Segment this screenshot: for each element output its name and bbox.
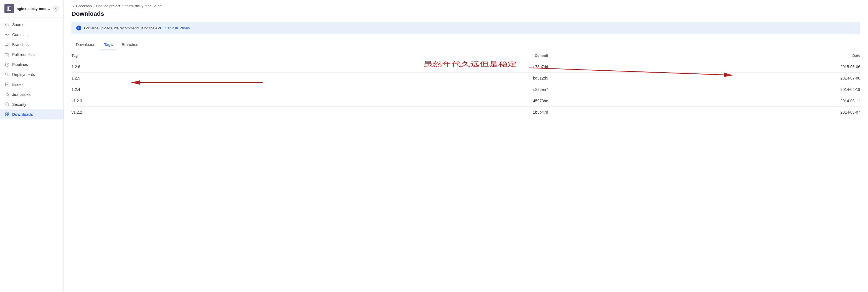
breadcrumb-sep-2: / — [122, 4, 123, 8]
svg-rect-18 — [7, 113, 9, 113]
branches-icon — [5, 42, 9, 47]
cell-date: 2014-07-08 — [554, 73, 860, 84]
sidebar-item-label: Source — [12, 23, 24, 27]
cell-commit: 1b5b47d — [235, 107, 554, 118]
svg-marker-15 — [5, 93, 9, 96]
table-body: 1.2.6 c78b7dd 2015-08-06 1.2.5 bd312d5 2… — [71, 61, 860, 118]
sidebar-item-label: Commits — [12, 32, 27, 37]
repo-name: nginx-sticky-modul... — [17, 7, 50, 11]
table-row: v1.2.2 1b5b47d 2014-03-07 — [71, 107, 860, 118]
get-instructions-link[interactable]: Get instructions — [165, 26, 190, 30]
cell-tag: 1.2.4 — [71, 84, 235, 95]
issues-icon — [5, 82, 9, 87]
breadcrumb-sep-1: / — [93, 4, 95, 8]
col-header-commit: Commit — [235, 50, 554, 61]
col-header-date: Date — [554, 50, 860, 61]
svg-rect-17 — [5, 115, 7, 116]
tab-branches[interactable]: Branches — [117, 40, 143, 50]
tabs-bar: Downloads Tags Branches — [64, 40, 868, 50]
sidebar-item-label: Security — [12, 102, 26, 107]
sidebar-item-downloads[interactable]: Downloads — [0, 109, 63, 120]
sidebar-item-label: Downloads — [12, 112, 33, 117]
svg-point-6 — [8, 43, 9, 44]
main-content: S. Goodman / Untitled project / nginx-st… — [64, 0, 868, 292]
svg-point-8 — [8, 55, 9, 56]
collapse-sidebar-button[interactable] — [53, 5, 59, 12]
breadcrumb-project[interactable]: Untitled project — [96, 4, 120, 8]
cell-date: 2015-08-06 — [554, 61, 860, 73]
cell-tag: v1.2.2 — [71, 107, 235, 118]
table-row: 1.2.4 c825ea7 2014-04-19 — [71, 84, 860, 95]
downloads-table: Tag Commit Date 1.2.6 c78b7dd 2015-08-06… — [71, 50, 860, 118]
sidebar-header: nginx-sticky-modul... — [0, 0, 63, 18]
sidebar-item-label: Pull requests — [12, 52, 35, 57]
cell-commit: c825ea7 — [235, 84, 554, 95]
table-header-row: Tag Commit Date — [71, 50, 860, 61]
svg-rect-19 — [7, 115, 9, 116]
cell-date: 2014-04-19 — [554, 84, 860, 95]
sidebar-item-label: Issues — [12, 82, 23, 87]
cell-tag: v1.2.3 — [71, 95, 235, 107]
table-row: 1.2.5 bd312d5 2014-07-08 — [71, 73, 860, 84]
deployments-icon — [5, 72, 9, 77]
cell-date: 2014-03-07 — [554, 107, 860, 118]
source-icon — [5, 23, 9, 27]
commits-icon — [5, 32, 9, 37]
cell-date: 2014-03-11 — [554, 95, 860, 107]
downloads-icon — [5, 112, 9, 117]
sidebar-item-label: Deployments — [12, 72, 35, 77]
svg-point-7 — [5, 45, 7, 46]
sidebar-item-label: Pipelines — [12, 62, 28, 67]
sidebar-nav: Source Commits Branches Pull requests — [0, 18, 63, 122]
sidebar: nginx-sticky-modul... Source Commits — [0, 0, 64, 292]
info-banner-text: For large uploads, we recommend using th… — [84, 26, 162, 30]
svg-point-9 — [5, 53, 7, 54]
cell-tag: 1.2.5 — [71, 73, 235, 84]
info-banner: i For large uploads, we recommend using … — [71, 22, 860, 34]
cell-commit: 45973be — [235, 95, 554, 107]
table-row: v1.2.3 45973be 2014-03-11 — [71, 95, 860, 107]
info-icon: i — [76, 26, 81, 30]
table-row: 1.2.6 c78b7dd 2015-08-06 — [71, 61, 860, 73]
page-title: Downloads — [64, 8, 868, 22]
sidebar-item-pipelines[interactable]: Pipelines — [0, 60, 63, 69]
tab-downloads[interactable]: Downloads — [71, 40, 99, 50]
security-icon — [5, 102, 9, 107]
repo-icon-box — [4, 4, 14, 13]
sidebar-item-security[interactable]: Security — [0, 99, 63, 109]
svg-point-2 — [6, 34, 8, 35]
breadcrumb-repo[interactable]: nginx-sticky-module-ng — [125, 4, 162, 8]
breadcrumb: S. Goodman / Untitled project / nginx-st… — [64, 0, 868, 8]
sidebar-item-pull-requests[interactable]: Pull requests — [0, 50, 63, 60]
sidebar-item-branches[interactable]: Branches — [0, 40, 63, 50]
sidebar-item-label: Jira issues — [12, 92, 31, 97]
svg-rect-16 — [5, 113, 7, 115]
tab-tags[interactable]: Tags — [99, 40, 117, 50]
breadcrumb-user[interactable]: S. Goodman — [71, 4, 92, 8]
cell-commit: bd312d5 — [235, 73, 554, 84]
pipelines-icon — [5, 62, 9, 67]
sidebar-item-commits[interactable]: Commits — [0, 30, 63, 40]
sidebar-item-label: Branches — [12, 42, 29, 47]
cell-tag: 1.2.6 — [71, 61, 235, 73]
svg-rect-0 — [7, 7, 11, 10]
pull-requests-icon — [5, 52, 9, 57]
sidebar-item-issues[interactable]: Issues — [0, 79, 63, 90]
sidebar-item-jira-issues[interactable]: Jira issues — [0, 90, 63, 99]
jira-issues-icon — [5, 92, 9, 97]
sidebar-item-source[interactable]: Source — [0, 20, 63, 30]
sidebar-item-deployments[interactable]: Deployments — [0, 69, 63, 79]
col-header-tag: Tag — [71, 50, 235, 61]
cell-commit: c78b7dd — [235, 61, 554, 73]
table-container: Tag Commit Date 1.2.6 c78b7dd 2015-08-06… — [64, 50, 868, 144]
